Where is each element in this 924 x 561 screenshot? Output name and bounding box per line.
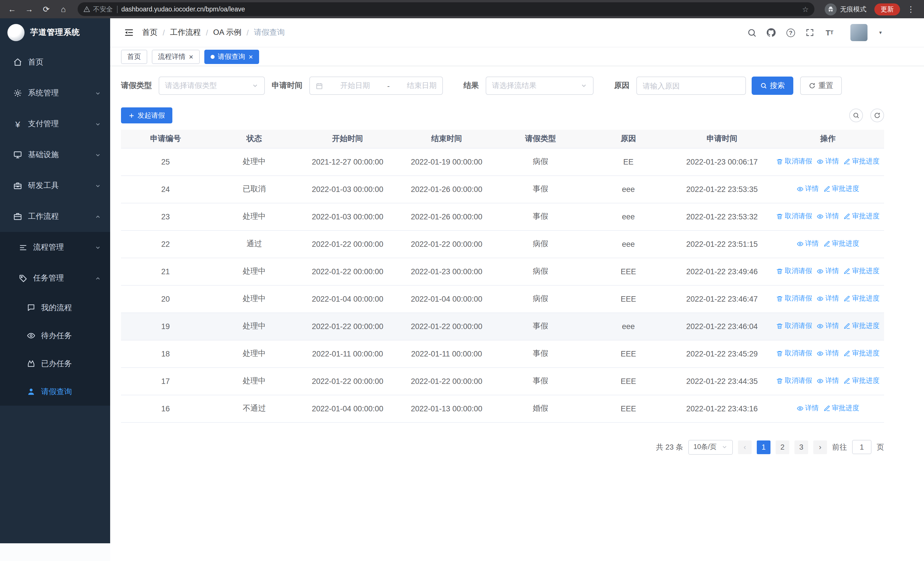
sidebar-item-system[interactable]: 系统管理 — [0, 78, 110, 108]
page-button-1[interactable]: 1 — [757, 440, 771, 454]
sidebar-item-payment[interactable]: ¥ 支付管理 — [0, 108, 110, 139]
action-approval-progress[interactable]: 审批进度 — [843, 212, 879, 221]
apply-time-range-picker[interactable]: 开始日期 - 结束日期 — [309, 77, 443, 95]
browser-menu-icon[interactable]: ⋮ — [904, 5, 917, 14]
eye-icon — [796, 405, 803, 412]
action-cancel-leave[interactable]: 取消请假 — [776, 266, 812, 276]
table-toolbar: 发起请假 — [121, 107, 884, 123]
action-approval-progress[interactable]: 审批进度 — [843, 294, 879, 304]
page-button-3[interactable]: 3 — [795, 440, 808, 454]
action-detail[interactable]: 详情 — [817, 376, 839, 386]
avatar[interactable] — [850, 24, 868, 41]
trash-icon — [776, 213, 783, 220]
sidebar-item-workflow[interactable]: 工作流程 — [0, 201, 110, 232]
action-approval-progress[interactable]: 审批进度 — [823, 239, 859, 249]
tab-leave-query[interactable]: 请假查询 × — [204, 50, 259, 64]
table-row: 24已取消2022-01-03 00:00:002022-01-26 00:00… — [121, 175, 884, 203]
sidebar-item-done-tasks[interactable]: 已办任务 — [0, 350, 110, 378]
gear-icon — [13, 89, 22, 98]
action-approval-progress[interactable]: 审批进度 — [843, 266, 879, 276]
url-text[interactable]: dashboard.yudao.iocoder.cn/bpm/oa/leave — [121, 6, 798, 12]
sidebar-item-todo-tasks[interactable]: 待办任务 — [0, 322, 110, 350]
browser-back-icon[interactable]: ← — [4, 2, 20, 17]
action-approval-progress[interactable]: 审批进度 — [823, 404, 859, 413]
result-select[interactable]: 请选择流结果 — [486, 77, 594, 95]
breadcrumb-home[interactable]: 首页 — [142, 27, 158, 38]
action-cancel-leave[interactable]: 取消请假 — [776, 294, 812, 304]
sidebar-item-task-mgmt[interactable]: 任务管理 — [0, 263, 110, 294]
sidebar-item-infrastructure[interactable]: 基础设施 — [0, 139, 110, 170]
col-actions: 操作 — [772, 130, 884, 148]
action-cancel-leave[interactable]: 取消请假 — [776, 349, 812, 358]
close-icon[interactable]: × — [189, 53, 193, 60]
action-approval-progress[interactable]: 审批进度 — [843, 321, 879, 331]
sidebar-collapse-icon[interactable] — [124, 27, 134, 38]
page-size-select[interactable]: 10条/页 — [688, 439, 733, 454]
reason-input-wrap — [636, 77, 746, 95]
breadcrumb-workflow[interactable]: 工作流程 — [170, 27, 201, 38]
address-bar[interactable]: 不安全 dashboard.yudao.iocoder.cn/bpm/oa/le… — [78, 2, 814, 16]
sidebar-item-leave-query[interactable]: 请假查询 — [0, 378, 110, 406]
chevron-down-icon[interactable]: ▾ — [879, 30, 882, 35]
action-detail[interactable]: 详情 — [817, 294, 839, 304]
action-approval-progress[interactable]: 审批进度 — [843, 376, 879, 386]
cell-actions: 详情审批进度 — [772, 395, 884, 422]
action-detail[interactable]: 详情 — [817, 349, 839, 358]
sidebar-item-devtools[interactable]: 研发工具 — [0, 170, 110, 201]
action-detail[interactable]: 详情 — [817, 266, 839, 276]
cell-apply-id: 24 — [121, 175, 210, 203]
sidebar-item-my-process[interactable]: 我的流程 — [0, 294, 110, 322]
action-detail[interactable]: 详情 — [796, 184, 819, 194]
cell-start-time: 2022-01-03 00:00:00 — [298, 203, 397, 230]
toggle-search-icon[interactable] — [849, 108, 863, 122]
action-cancel-leave[interactable]: 取消请假 — [776, 212, 812, 221]
browser-update-button[interactable]: 更新 — [874, 3, 900, 15]
action-approval-progress[interactable]: 审批进度 — [823, 184, 859, 194]
action-detail[interactable]: 详情 — [817, 212, 839, 221]
action-cancel-leave[interactable]: 取消请假 — [776, 376, 812, 386]
fullscreen-icon[interactable] — [805, 27, 815, 38]
refresh-table-icon[interactable] — [870, 108, 884, 122]
cell-apply-id: 18 — [121, 340, 210, 367]
cell-end-time: 2022-01-22 00:00:00 — [397, 367, 496, 395]
security-indicator[interactable]: 不安全 — [83, 5, 113, 14]
github-icon[interactable] — [766, 27, 777, 38]
page-button-2[interactable]: 2 — [776, 440, 789, 454]
action-detail[interactable]: 详情 — [796, 239, 819, 249]
create-leave-button[interactable]: 发起请假 — [121, 107, 172, 123]
bookmark-star-icon[interactable]: ☆ — [802, 5, 809, 14]
reason-input[interactable] — [643, 81, 740, 90]
action-detail[interactable]: 详情 — [817, 321, 839, 331]
help-icon[interactable]: ? — [786, 27, 796, 38]
leave-type-select[interactable]: 请选择请假类型 — [159, 77, 265, 95]
tab-home[interactable]: 首页 — [121, 50, 147, 64]
action-cancel-leave[interactable]: 取消请假 — [776, 321, 812, 331]
chevron-down-icon — [95, 90, 101, 96]
cell-actions: 取消请假详情审批进度 — [772, 148, 884, 175]
action-approval-progress[interactable]: 审批进度 — [843, 157, 879, 167]
app-logo-row[interactable]: 芋道管理系统 — [0, 18, 110, 47]
sidebar-item-dashboard[interactable]: 首页 — [0, 47, 110, 78]
font-size-icon[interactable]: TT — [824, 27, 835, 38]
action-approval-progress[interactable]: 审批进度 — [843, 349, 879, 358]
action-detail[interactable]: 详情 — [817, 157, 839, 167]
browser-forward-icon[interactable]: → — [22, 2, 36, 17]
reset-button[interactable]: 重置 — [800, 77, 842, 95]
search-icon[interactable] — [747, 27, 757, 38]
goto-page-input[interactable] — [852, 440, 872, 454]
browser-home-icon[interactable]: ⌂ — [56, 2, 71, 17]
tab-process-detail[interactable]: 流程详情 × — [152, 50, 200, 64]
incognito-badge: 无痕模式 — [825, 3, 866, 15]
browser-reload-icon[interactable]: ⟳ — [39, 2, 54, 17]
cell-apply-time: 2022-01-22 23:46:47 — [672, 285, 772, 313]
action-detail[interactable]: 详情 — [796, 404, 819, 413]
sidebar-item-process-mgmt[interactable]: 流程管理 — [0, 232, 110, 263]
action-cancel-leave[interactable]: 取消请假 — [776, 157, 812, 167]
breadcrumb-oa-example[interactable]: OA 示例 — [213, 27, 242, 38]
cell-start-time: 2022-01-22 00:00:00 — [298, 258, 397, 285]
close-icon[interactable]: × — [249, 53, 253, 60]
search-button[interactable]: 搜索 — [752, 77, 793, 95]
home-icon — [13, 58, 22, 67]
next-page-button[interactable]: › — [813, 440, 827, 454]
prev-page-button[interactable]: ‹ — [738, 440, 752, 454]
